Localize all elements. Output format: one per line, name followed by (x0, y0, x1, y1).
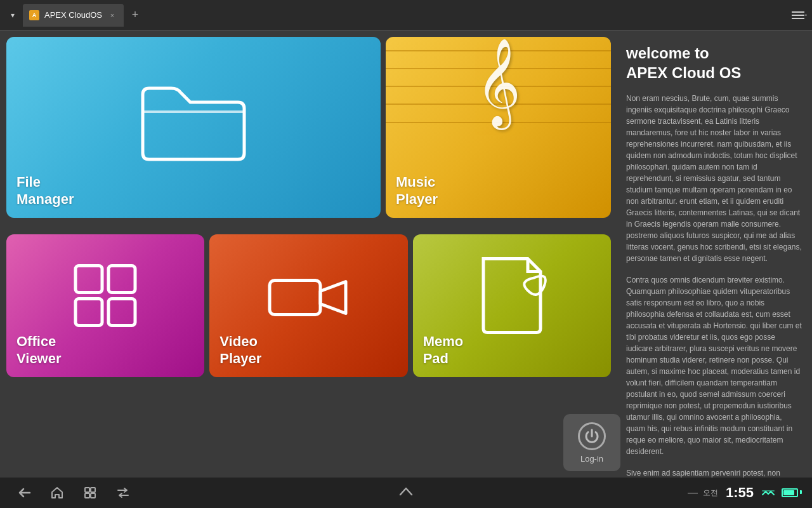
back-button[interactable] (10, 481, 38, 504)
tile-file-manager[interactable]: File Manager (6, 37, 381, 218)
svg-rect-5 (85, 488, 89, 492)
browser-menu-button[interactable]: ▪ (792, 11, 804, 19)
browser-bar: ▾ A APEX CloudOS × + ▪ (0, 0, 812, 30)
new-tab-button[interactable]: + (126, 6, 144, 24)
svg-rect-8 (91, 493, 95, 498)
svg-rect-3 (108, 298, 135, 325)
browser-dropdown[interactable]: ▾ (5, 8, 20, 23)
file-manager-label: File Manager (16, 174, 370, 208)
video-player-label: Video Player (219, 333, 397, 367)
memo-icon (477, 252, 547, 335)
power-svg-icon (584, 428, 600, 444)
login-tile[interactable]: Log-in (563, 414, 620, 471)
active-tab[interactable]: A APEX CloudOS × (23, 4, 124, 27)
tile-video-player[interactable]: Video Player (209, 234, 407, 377)
locale-label: 오전 (703, 488, 718, 498)
switch-button[interactable] (109, 481, 137, 504)
menu-line-1 (792, 11, 804, 13)
login-label: Log-in (580, 454, 603, 464)
svg-rect-2 (75, 298, 102, 325)
svg-rect-0 (75, 265, 102, 292)
tile-music-player[interactable]: 𝄞 Music Player (386, 37, 611, 218)
video-camera-icon (267, 269, 350, 326)
treble-clef-icon: 𝄞 (476, 43, 521, 119)
office-viewer-label: Office Viewer (16, 333, 194, 367)
time-display: 1:55 (726, 485, 754, 501)
office-icon (70, 260, 140, 330)
power-icon (578, 422, 606, 450)
welcome-title: welcome to APEX Cloud OS (626, 43, 802, 83)
recent-apps-button[interactable] (76, 481, 104, 504)
tab-close-button[interactable]: × (107, 10, 117, 20)
tab-favicon: A (29, 10, 39, 20)
status-right: — 오전 1:55 (688, 485, 802, 501)
menu-line-2 (792, 15, 804, 16)
scroll-up-button[interactable] (398, 486, 414, 499)
recent-apps-icon (84, 486, 96, 499)
status-bar: — 오전 1:55 (0, 478, 812, 508)
tile-memo-pad[interactable]: Memo Pad (413, 234, 611, 377)
bottom-tiles-row: Office Viewer Video Player (6, 234, 611, 377)
signal-icon (761, 487, 775, 498)
music-player-label: Music Player (396, 174, 601, 208)
svg-rect-6 (91, 488, 95, 492)
app-grid: File Manager 𝄞 Music Player (0, 30, 616, 508)
home-button[interactable] (43, 481, 71, 504)
chevron-up-icon (398, 486, 414, 497)
battery-icon (782, 488, 802, 498)
sidebar-paragraph-1: Non eram nescius, Brute, cum, quae summi… (626, 93, 802, 264)
back-icon (17, 487, 31, 498)
sidebar-paragraph-2: Contra quos omnis dicendum breviter exis… (626, 274, 802, 457)
sidebar: welcome to APEX Cloud OS Non eram nesciu… (616, 30, 812, 508)
svg-rect-7 (85, 493, 89, 498)
svg-rect-1 (108, 265, 135, 292)
content-area: File Manager 𝄞 Music Player (0, 30, 812, 508)
switch-icon (116, 487, 130, 498)
menu-line-3 (792, 18, 804, 19)
memo-pad-label: Memo Pad (423, 333, 601, 367)
home-icon (50, 486, 64, 500)
menu-indicator: ▪ (805, 12, 807, 18)
zoom-minus: — (688, 487, 698, 498)
tile-office-viewer[interactable]: Office Viewer (6, 234, 204, 377)
folder-icon (136, 70, 251, 166)
tab-title: APEX CloudOS (44, 10, 102, 20)
svg-rect-4 (270, 280, 320, 314)
